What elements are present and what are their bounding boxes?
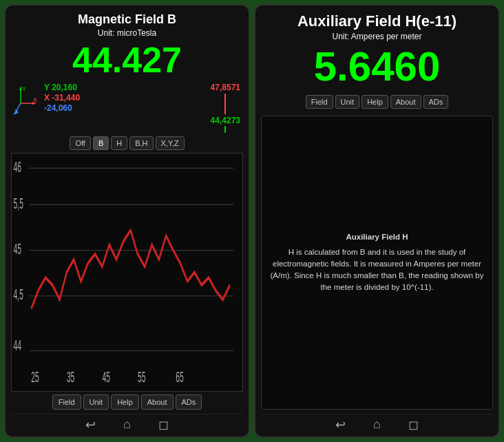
description-box: Auxiliary Field H H is calculated from B…	[261, 116, 493, 410]
nav-ads-btn[interactable]: ADs	[176, 394, 202, 410]
svg-text:4,5: 4,5	[14, 286, 23, 303]
svg-text:Z: Z	[14, 108, 18, 115]
right-phone-panel: Auxiliary Field H(e-11) Unit: Amperes pe…	[254, 4, 500, 438]
nav-about-btn[interactable]: About	[141, 394, 174, 410]
tab-bh[interactable]: B,H	[129, 136, 153, 150]
description-text: Auxiliary Field H H is calculated from B…	[269, 231, 485, 293]
left-phone-panel: Magnetic Field B Unit: microTesla 44.427…	[4, 4, 250, 438]
tab-xyz[interactable]: X,Y,Z	[156, 136, 185, 150]
z-axis-value: -24,060	[44, 103, 80, 113]
left-main-value: 44.427	[11, 41, 243, 80]
total-val: 44,4273	[211, 116, 240, 125]
home-icon-right[interactable]: ⌂	[373, 417, 381, 432]
right-tab-help[interactable]: Help	[361, 95, 388, 109]
svg-text:55: 55	[138, 369, 145, 386]
right-panel-title: Auxiliary Field H(e-11)	[261, 12, 493, 30]
svg-text:44: 44	[14, 338, 21, 355]
svg-text:25: 25	[31, 369, 39, 386]
y-axis-value: Y 20,160	[44, 83, 80, 92]
description-title: Auxiliary Field H	[269, 231, 485, 243]
svg-text:65: 65	[176, 369, 183, 386]
left-panel-subtitle: Unit: microTesla	[11, 28, 243, 38]
right-top-val: 47,8571	[211, 83, 240, 92]
left-panel-title: Magnetic Field B	[11, 12, 243, 27]
tab-h[interactable]: H	[111, 136, 127, 150]
chart-area: 46 5,5 45 4,5 44 25 35 45 55 65	[11, 153, 243, 392]
nav-help-btn[interactable]: Help	[111, 394, 139, 410]
left-bottom-nav: Field Unit Help About ADs	[11, 394, 243, 410]
svg-text:5,5: 5,5	[14, 196, 23, 212]
svg-text:X: X	[33, 96, 37, 103]
tab-off[interactable]: Off	[70, 136, 90, 150]
back-icon-left[interactable]: ↩	[85, 417, 96, 432]
right-tab-unit[interactable]: Unit	[335, 95, 360, 109]
home-icon-left[interactable]: ⌂	[123, 417, 131, 432]
description-body: H is calculated from B and it is used in…	[271, 248, 484, 292]
tab-b[interactable]: B	[93, 136, 109, 150]
axes-right: 47,8571 44,4273	[211, 83, 240, 134]
right-panel-subtitle: Unit: Amperes per meter	[261, 32, 493, 41]
right-tab-field[interactable]: Field	[306, 95, 333, 109]
axes-values: Y 20,160 X -31,440 -24,060	[44, 83, 80, 113]
svg-text:35: 35	[67, 369, 74, 386]
recent-icon-right[interactable]: ◻	[408, 417, 419, 432]
chart-svg: 46 5,5 45 4,5 44 25 35 45 55 65	[12, 154, 242, 391]
svg-text:45: 45	[102, 369, 109, 386]
recent-icon-left[interactable]: ◻	[158, 417, 169, 432]
mode-tab-bar: Off B H B,H X,Y,Z	[11, 136, 243, 150]
right-tab-about[interactable]: About	[390, 95, 421, 109]
svg-text:45: 45	[14, 241, 21, 257]
x-axis-value: X -31,440	[44, 93, 80, 103]
axes-section: Y X Z Y 20,160 X -31,440 -24,060	[11, 83, 243, 134]
svg-text:Y: Y	[22, 85, 26, 92]
right-tab-ads[interactable]: ADs	[423, 95, 449, 109]
svg-text:46: 46	[14, 159, 21, 176]
axes-diagram: Y X Z	[14, 83, 41, 117]
right-main-value: 5.6460	[261, 44, 493, 90]
nav-unit-btn[interactable]: Unit	[83, 394, 109, 410]
right-tab-bar: Field Unit Help About ADs	[261, 95, 493, 109]
back-icon-right[interactable]: ↩	[335, 417, 346, 432]
nav-field-btn[interactable]: Field	[52, 394, 81, 410]
